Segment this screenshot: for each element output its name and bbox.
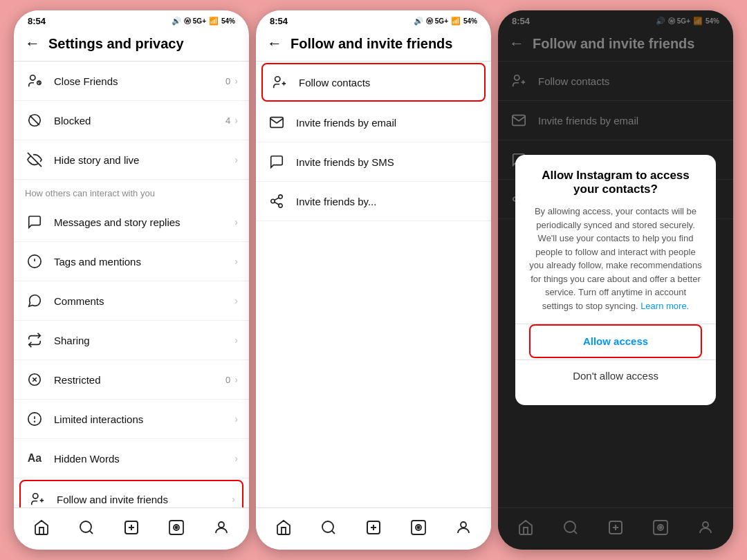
chevron-icon: › (232, 494, 235, 505)
back-button-1[interactable]: ← (25, 35, 40, 53)
tags-icon (25, 252, 44, 271)
dialog-body: By allowing access, your contacts will b… (529, 205, 702, 312)
svg-point-33 (271, 199, 275, 203)
chevron-icon: › (234, 374, 238, 385)
menu-item-sharing[interactable]: Sharing › (14, 321, 249, 360)
invite-email-label: Invite friends by email (296, 117, 480, 129)
menu-item-restricted[interactable]: Restricted 0 › (14, 360, 249, 400)
menu-item-tags[interactable]: Tags and mentions › (14, 242, 249, 281)
nav-home[interactable] (27, 515, 56, 540)
chevron-icon: › (234, 453, 238, 464)
menu-item-blocked[interactable]: Blocked 4 › (14, 101, 249, 140)
menu-item-messages[interactable]: Messages and story replies › (14, 203, 249, 242)
sharing-icon (25, 330, 44, 350)
dialog-title: Allow Instagram to access your contacts? (529, 169, 702, 196)
phone2: 8:54 🔊 ⓦ 5G+ 📶 54% ← Follow and invite f… (256, 10, 491, 550)
hide-story-icon (25, 150, 44, 169)
svg-point-32 (279, 195, 283, 199)
svg-point-0 (30, 75, 35, 80)
nav-search[interactable] (72, 515, 101, 540)
restricted-label: Restricted (54, 374, 225, 386)
follow-contacts-label: Follow contacts (299, 77, 477, 88)
blocked-label: Blocked (54, 115, 225, 127)
blocked-badge: 4 (225, 115, 230, 126)
svg-line-3 (30, 115, 39, 125)
menu-item-hidden-words[interactable]: Aa Hidden Words › (14, 439, 249, 478)
page-title-2: Follow and invite friends (290, 36, 452, 52)
svg-line-21 (90, 531, 93, 534)
nav-profile[interactable] (207, 515, 236, 540)
page-title-1: Settings and privacy (48, 36, 184, 52)
svg-point-37 (322, 521, 333, 532)
limited-label: Limited interactions (54, 413, 234, 425)
invite-email-icon (267, 113, 286, 132)
follow-friends-label: Follow and invite friends (57, 494, 232, 505)
status-bar-1: 8:54 🔊 ⓦ 5G+ 📶 54% (14, 10, 249, 29)
svg-point-12 (33, 494, 38, 498)
section-interact: How others can interact with you (14, 180, 249, 203)
restricted-badge: 0 (225, 375, 230, 385)
sharing-label: Sharing (54, 335, 234, 346)
hidden-words-label: Hidden Words (54, 453, 234, 465)
nav-add[interactable] (359, 515, 388, 540)
restricted-icon (25, 370, 44, 389)
dialog-overlay: Allow Instagram to access your contacts?… (498, 10, 733, 550)
menu-item-close-friends[interactable]: Close Friends 0 › (14, 62, 249, 101)
close-friends-label: Close Friends (54, 75, 225, 87)
comments-label: Comments (54, 295, 234, 307)
menu-item-comments[interactable]: Comments › (14, 281, 249, 321)
menu-item-follow-friends[interactable]: Follow and invite friends › (19, 480, 243, 507)
svg-line-36 (275, 198, 279, 200)
invite-other-icon (267, 192, 286, 211)
chevron-icon: › (234, 115, 238, 126)
svg-point-20 (80, 521, 91, 532)
menu-item-follow-contacts[interactable]: Follow contacts (261, 63, 486, 102)
status-icons-1: 🔊 ⓦ 5G+ 📶 54% (172, 17, 235, 26)
follow-contacts-icon (270, 73, 289, 92)
menu-item-invite-sms[interactable]: Invite friends by SMS (256, 142, 491, 182)
limited-icon (25, 409, 44, 429)
menu-item-limited[interactable]: Limited interactions › (14, 400, 249, 439)
nav-search[interactable] (314, 515, 343, 540)
contacts-dialog: Allow Instagram to access your contacts?… (515, 155, 716, 405)
back-button-2[interactable]: ← (267, 35, 282, 53)
menu-item-hide-story[interactable]: Hide story and live › (14, 140, 249, 180)
bottom-nav-1 (14, 507, 249, 550)
chevron-icon: › (234, 256, 238, 267)
nav-reels[interactable] (404, 515, 433, 540)
svg-point-34 (279, 204, 283, 208)
header-1: ← Settings and privacy (14, 29, 249, 62)
close-friends-badge: 0 (225, 76, 230, 86)
chevron-icon: › (234, 154, 238, 165)
chevron-icon: › (234, 295, 238, 306)
header-2: ← Follow and invite friends (256, 29, 491, 62)
chevron-icon: › (234, 75, 238, 86)
allow-access-button[interactable]: Allow access (529, 324, 702, 358)
svg-point-11 (35, 421, 35, 422)
tags-label: Tags and mentions (54, 256, 234, 268)
hide-story-label: Hide story and live (54, 154, 234, 166)
comments-icon (25, 291, 44, 310)
deny-access-button[interactable]: Don't allow access (529, 360, 702, 391)
hidden-words-icon: Aa (25, 449, 44, 468)
nav-home[interactable] (269, 515, 298, 540)
status-bar-2: 8:54 🔊 ⓦ 5G+ 📶 54% (256, 10, 491, 29)
blocked-icon (25, 111, 44, 130)
svg-point-29 (275, 77, 280, 82)
messages-label: Messages and story replies (54, 216, 234, 228)
nav-profile[interactable] (449, 515, 478, 540)
svg-point-45 (461, 522, 466, 528)
follow-friends-icon (28, 489, 47, 507)
nav-add[interactable] (117, 515, 146, 540)
learn-more-link[interactable]: Learn more. (640, 301, 689, 311)
messages-icon (25, 212, 44, 232)
invite-other-label: Invite friends by... (296, 196, 480, 207)
dialog-body-text: By allowing access, your contacts will b… (529, 206, 701, 311)
menu-item-invite-other[interactable]: Invite friends by... (256, 182, 491, 221)
svg-line-35 (275, 202, 279, 205)
chevron-icon: › (234, 335, 238, 346)
nav-reels[interactable] (162, 515, 191, 540)
svg-point-27 (175, 527, 177, 529)
menu-item-invite-email[interactable]: Invite friends by email (256, 103, 491, 142)
phone1: 8:54 🔊 ⓦ 5G+ 📶 54% ← Settings and privac… (14, 10, 249, 550)
